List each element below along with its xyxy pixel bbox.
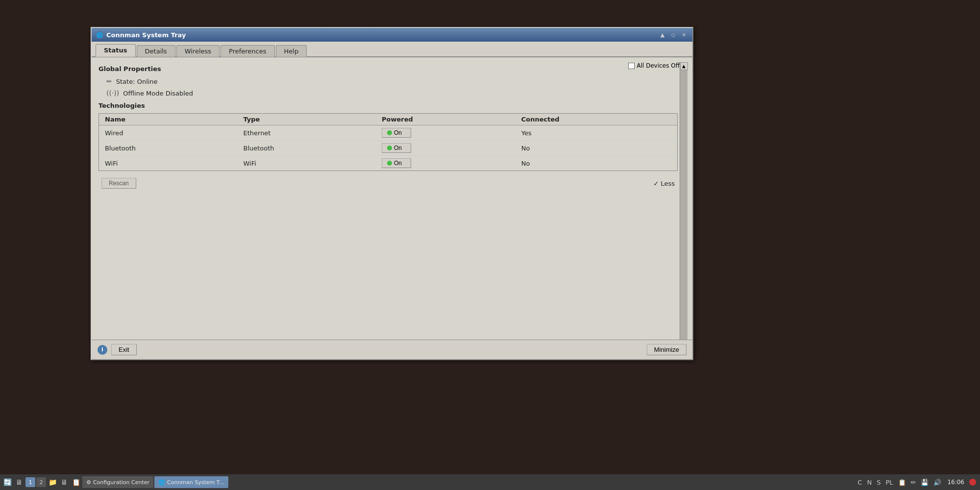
bottom-left: i Exit xyxy=(98,344,137,355)
row-wifi-type: WiFi xyxy=(237,156,375,171)
technologies-heading: Technologies xyxy=(98,102,680,109)
row-bluetooth-name: Bluetooth xyxy=(99,141,237,156)
tray-icon-pencil[interactable]: ✏ xyxy=(910,479,917,486)
wired-power-indicator xyxy=(387,130,392,135)
window-title: Connman System Tray xyxy=(106,31,186,39)
tab-status[interactable]: Status xyxy=(96,44,136,57)
tab-help[interactable]: Help xyxy=(276,45,307,57)
taskbar-icon-desktop[interactable]: 🖥 xyxy=(14,477,24,488)
info-icon: i xyxy=(98,345,107,355)
bluetooth-power-indicator xyxy=(387,146,392,150)
taskbar-app-connman[interactable]: 🌐 Connman System T... xyxy=(154,476,228,488)
wifi-power-button[interactable]: On xyxy=(382,158,411,168)
all-devices-off-checkbox[interactable] xyxy=(628,63,635,69)
offline-mode-label: Offline Mode Disabled xyxy=(123,90,193,97)
taskbar-systray: C N S PL 📋 ✏ 💾 🔊 16:06 xyxy=(857,479,978,486)
titlebar-left: 🌐 Connman System Tray xyxy=(96,31,186,39)
bottom-bar: i Exit Minimize xyxy=(92,340,692,359)
table-row: WiFi WiFi On No xyxy=(99,156,677,171)
table-row: Wired Ethernet On Yes xyxy=(99,125,677,141)
tray-icon-clipboard[interactable]: 📋 xyxy=(897,479,907,486)
less-button[interactable]: ✓ Less xyxy=(653,180,675,187)
state-icon: ✏ xyxy=(106,77,112,85)
taskbar-app-config-center[interactable]: ⚙ Configuration Center xyxy=(82,476,153,488)
taskbar-icon-files[interactable]: 📁 xyxy=(47,477,58,488)
content-main: Global Properties ✏ State: Online ((·)) … xyxy=(97,62,680,353)
tray-kb-n[interactable]: N xyxy=(866,479,873,486)
taskbar-app-icon-config: ⚙ xyxy=(86,479,91,486)
row-wired-name: Wired xyxy=(99,125,237,141)
row-bluetooth-connected: No xyxy=(515,141,677,156)
titlebar-minimize-btn[interactable]: ▲ xyxy=(658,30,667,39)
technologies-table-container: Name Type Powered Connected Wired Ethern… xyxy=(98,113,678,171)
taskbar: 🔄 🖥 1 2 📁 🖥 📋 ⚙ Configuration Center 🌐 C… xyxy=(0,474,980,490)
window-icon: 🌐 xyxy=(96,31,103,39)
row-wired-powered[interactable]: On xyxy=(376,125,515,141)
tab-bar: Status Details Wireless Preferences Help xyxy=(92,42,692,57)
tray-icon-volume[interactable]: 🔊 xyxy=(932,479,942,486)
taskbar-icon-refresh[interactable]: 🔄 xyxy=(2,477,13,488)
technologies-table: Name Type Powered Connected Wired Ethern… xyxy=(99,114,677,171)
offline-mode-icon: ((·)) xyxy=(106,89,119,97)
taskbar-app-icon-connman: 🌐 xyxy=(158,479,165,486)
tray-kb-pl[interactable]: PL xyxy=(884,479,894,486)
titlebar-close-btn[interactable]: ✕ xyxy=(680,30,688,39)
minimize-button[interactable]: Minimize xyxy=(647,344,686,355)
row-wifi-connected: No xyxy=(515,156,677,171)
tab-wireless[interactable]: Wireless xyxy=(176,45,220,57)
state-label: State: Online xyxy=(116,78,158,85)
bluetooth-power-button[interactable]: On xyxy=(382,143,411,153)
tray-power-icon[interactable] xyxy=(969,479,976,486)
table-row: Bluetooth Bluetooth On No xyxy=(99,141,677,156)
titlebar: 🌐 Connman System Tray ▲ ◇ ✕ xyxy=(92,28,692,42)
col-name: Name xyxy=(99,114,237,125)
row-wired-connected: Yes xyxy=(515,125,677,141)
rescan-area: Rescan ✓ Less xyxy=(97,175,680,192)
row-wifi-name: WiFi xyxy=(99,156,237,171)
exit-button[interactable]: Exit xyxy=(111,344,137,355)
wired-power-button[interactable]: On xyxy=(382,128,411,138)
main-window: 🌐 Connman System Tray ▲ ◇ ✕ Status Detai… xyxy=(91,27,693,360)
row-bluetooth-powered[interactable]: On xyxy=(376,141,515,156)
tray-kb-s[interactable]: S xyxy=(876,479,882,486)
tray-time: 16:06 xyxy=(945,479,966,486)
offline-mode-row: ((·)) Offline Mode Disabled xyxy=(97,87,680,99)
col-connected: Connected xyxy=(515,114,677,125)
row-wired-type: Ethernet xyxy=(237,125,375,141)
row-wifi-powered[interactable]: On xyxy=(376,156,515,171)
titlebar-buttons: ▲ ◇ ✕ xyxy=(658,30,688,39)
taskbar-workspace-2[interactable]: 2 xyxy=(36,477,46,487)
scrollbar[interactable]: ▲ ▼ xyxy=(680,62,687,353)
tray-icon-media[interactable]: 💾 xyxy=(920,479,930,486)
rescan-button[interactable]: Rescan xyxy=(101,178,136,189)
state-row: ✏ State: Online xyxy=(97,75,680,87)
col-type: Type xyxy=(237,114,375,125)
wifi-power-indicator xyxy=(387,161,392,166)
taskbar-icon-editor[interactable]: 📋 xyxy=(71,477,81,488)
all-devices-off-row: All Devices Off xyxy=(628,62,680,69)
tab-details[interactable]: Details xyxy=(137,45,175,57)
global-properties-heading: Global Properties xyxy=(98,65,680,73)
all-devices-off-label: All Devices Off xyxy=(637,62,680,69)
taskbar-workspace-1[interactable]: 1 xyxy=(25,477,35,487)
row-bluetooth-type: Bluetooth xyxy=(237,141,375,156)
tab-preferences[interactable]: Preferences xyxy=(220,45,274,57)
tray-kb-c[interactable]: C xyxy=(857,479,863,486)
content-area: All Devices Off Global Properties ✏ Stat… xyxy=(92,57,692,358)
scrollbar-track[interactable] xyxy=(680,70,687,345)
scrollbar-up-btn[interactable]: ▲ xyxy=(680,62,688,70)
taskbar-icon-terminal[interactable]: 🖥 xyxy=(59,477,70,488)
col-powered: Powered xyxy=(376,114,515,125)
content-scroll-container: Global Properties ✏ State: Online ((·)) … xyxy=(97,62,687,353)
titlebar-shade-btn[interactable]: ◇ xyxy=(669,30,678,39)
